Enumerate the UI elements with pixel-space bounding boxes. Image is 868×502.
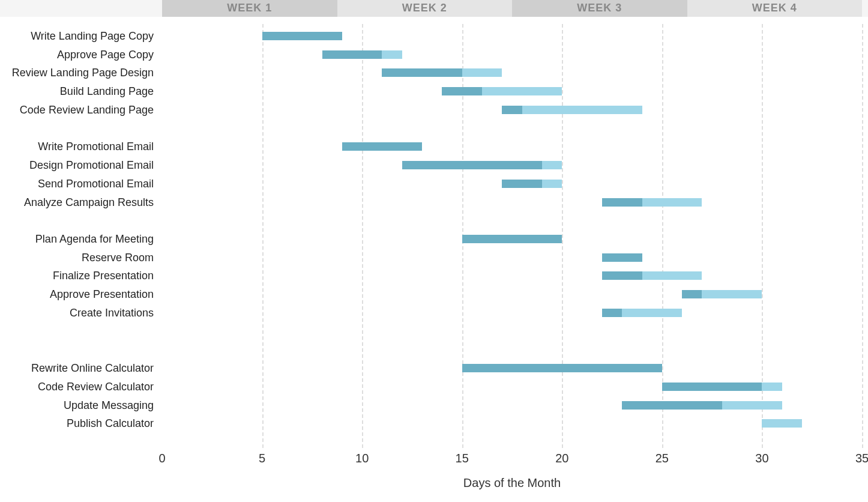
- gantt-bar-segment: [542, 161, 562, 169]
- gantt-bar-segment: [322, 50, 382, 59]
- x-tick-label: 0: [158, 452, 165, 465]
- gantt-bar-segment: [482, 87, 562, 95]
- gantt-row: Code Review Calculator: [162, 381, 862, 393]
- task-label: Send Promotional Email: [0, 178, 154, 190]
- task-label: Update Messaging: [0, 399, 154, 411]
- gantt-bar-segment: [382, 68, 462, 77]
- gantt-bar-segment: [762, 419, 802, 428]
- gantt-bar-segment: [762, 383, 782, 391]
- task-label: Build Landing Page: [0, 85, 154, 97]
- gantt-bar-segment: [722, 401, 782, 410]
- gantt-bar-segment: [602, 309, 622, 317]
- weeks-header-cells: WEEK 1WEEK 2WEEK 3WEEK 4: [162, 0, 862, 17]
- task-label: Rewrite Online Calculator: [0, 362, 154, 374]
- gantt-bar-segment: [622, 401, 722, 410]
- gridline: [862, 24, 863, 448]
- task-label: Code Review Landing Page: [0, 104, 154, 116]
- week-header-cell: WEEK 4: [687, 0, 863, 17]
- gantt-bar-segment: [502, 180, 542, 188]
- gantt-row: Rewrite Online Calculator: [162, 362, 862, 374]
- gantt-bar-segment: [462, 364, 662, 372]
- gantt-row: Reserve Room: [162, 252, 862, 264]
- x-tick-label: 20: [555, 452, 568, 465]
- gantt-bar-segment: [382, 50, 402, 59]
- weeks-header-tail: [862, 0, 868, 17]
- gantt-bar-segment: [602, 271, 642, 280]
- x-tick-label: 10: [355, 452, 369, 465]
- gantt-row: Update Messaging: [162, 399, 862, 411]
- x-tick-label: 30: [755, 452, 768, 465]
- gantt-bar-segment: [642, 198, 702, 207]
- plot-area: Write Landing Page CopyApprove Page Copy…: [162, 24, 862, 448]
- task-label: Write Promotional Email: [0, 141, 154, 153]
- gantt-row: Analyze Campaign Results: [162, 196, 862, 208]
- task-label: Review Landing Page Design: [0, 67, 154, 79]
- gantt-row: Finalize Presentation: [162, 270, 862, 282]
- week-header-cell: WEEK 1: [162, 0, 337, 17]
- gantt-bar-segment: [342, 142, 422, 151]
- x-tick-label: 15: [456, 452, 469, 465]
- gantt-bar-segment: [262, 32, 342, 40]
- gantt-row: Build Landing Page: [162, 85, 862, 97]
- weeks-header: WEEK 1WEEK 2WEEK 3WEEK 4: [0, 0, 868, 17]
- gantt-row: Write Promotional Email: [162, 141, 862, 153]
- gantt-bar-segment: [462, 68, 502, 77]
- gantt-bar-segment: [602, 198, 642, 207]
- task-label: Design Promotional Email: [0, 159, 154, 171]
- task-label: Create Invitations: [0, 307, 154, 319]
- x-tick-label: 25: [656, 452, 669, 465]
- task-label: Approve Presentation: [0, 288, 154, 300]
- gantt-bar-segment: [402, 161, 542, 169]
- x-axis-ticks: 05101520253035: [162, 452, 862, 468]
- week-header-cell: WEEK 3: [512, 0, 687, 17]
- gantt-bar-segment: [702, 290, 762, 298]
- task-label: Plan Agenda for Meeting: [0, 233, 154, 245]
- task-label: Finalize Presentation: [0, 270, 154, 282]
- gantt-row: Publish Calculator: [162, 417, 862, 429]
- task-label: Analyze Campaign Results: [0, 196, 154, 208]
- x-axis-label: Days of the Month: [162, 476, 862, 490]
- gantt-row: Approve Page Copy: [162, 49, 862, 61]
- x-tick-label: 35: [855, 452, 868, 465]
- gantt-row: Send Promotional Email: [162, 178, 862, 190]
- task-label: Approve Page Copy: [0, 49, 154, 61]
- task-label: Write Landing Page Copy: [0, 30, 154, 42]
- gantt-row: Review Landing Page Design: [162, 67, 862, 79]
- gantt-bar-segment: [602, 253, 642, 262]
- x-tick-label: 5: [259, 452, 265, 465]
- gantt-bar-segment: [502, 106, 522, 114]
- gantt-row: Design Promotional Email: [162, 159, 862, 171]
- gantt-bar-segment: [622, 309, 682, 317]
- gantt-chart: WEEK 1WEEK 2WEEK 3WEEK 4 Write Landing P…: [0, 0, 868, 502]
- gantt-row: Code Review Landing Page: [162, 104, 862, 116]
- gantt-row: Create Invitations: [162, 307, 862, 319]
- gantt-bar-segment: [662, 383, 762, 391]
- weeks-header-lead: [0, 0, 162, 17]
- gantt-rows: Write Landing Page CopyApprove Page Copy…: [162, 24, 862, 448]
- week-header-cell: WEEK 2: [337, 0, 513, 17]
- gantt-row: Plan Agenda for Meeting: [162, 233, 862, 245]
- gantt-bar-segment: [642, 271, 702, 280]
- gantt-bar-segment: [462, 235, 562, 243]
- gantt-row: Write Landing Page Copy: [162, 30, 862, 42]
- task-label: Reserve Room: [0, 252, 154, 264]
- gantt-bar-segment: [442, 87, 482, 95]
- task-label: Code Review Calculator: [0, 381, 154, 393]
- gantt-bar-segment: [522, 106, 642, 114]
- gantt-bar-segment: [542, 180, 562, 188]
- gantt-row: Approve Presentation: [162, 288, 862, 300]
- task-label: Publish Calculator: [0, 417, 154, 429]
- gantt-bar-segment: [682, 290, 702, 298]
